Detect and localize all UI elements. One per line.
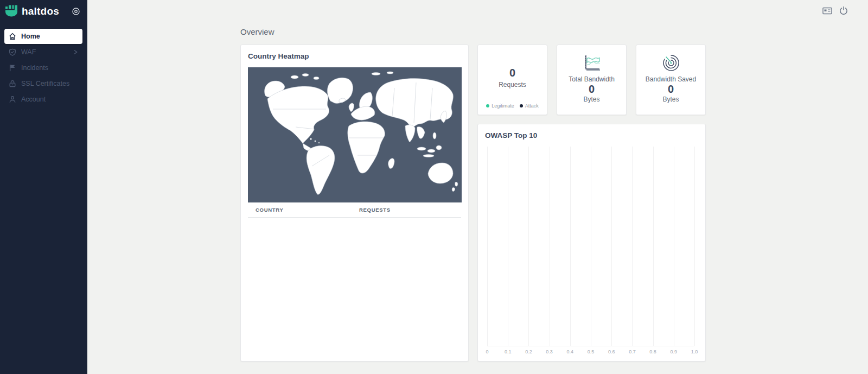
power-icon[interactable] <box>839 6 848 15</box>
chart-gridline <box>550 147 550 346</box>
sidebar-item-label: Home <box>21 33 40 40</box>
profile-card-icon[interactable] <box>822 7 832 15</box>
chart-tick-label: 1.0 <box>691 349 698 354</box>
chart-gridline <box>570 147 571 346</box>
logo-row: haltdos <box>0 0 87 22</box>
owasp-chart-ticks: 00.10.20.30.40.50.60.70.80.91.0 <box>487 349 694 357</box>
owasp-chart-grid <box>487 147 694 346</box>
chart-tick-label: 0.5 <box>588 349 595 354</box>
chart-tick-label: 0.4 <box>567 349 574 354</box>
chart-tick-label: 0.6 <box>608 349 615 354</box>
requests-legend: LegitimateAttack <box>478 103 547 109</box>
bandwidth-saved-value: 0 <box>668 83 674 96</box>
haltdos-logo-icon <box>5 5 18 17</box>
total-bandwidth-card: Total Bandwidth 0 Bytes <box>557 45 627 115</box>
world-map[interactable] <box>248 67 462 202</box>
sidebar-pin-icon[interactable] <box>72 7 80 16</box>
sidebar-item-incidents[interactable]: Incidents <box>4 60 82 75</box>
total-bandwidth-value: 0 <box>589 83 595 96</box>
area-chart-icon <box>582 52 602 74</box>
chart-gridline <box>487 147 488 346</box>
sidebar-nav: Home WAF Incidents SS <box>0 29 87 107</box>
sidebar-item-label: Account <box>21 96 46 103</box>
chart-tick-label: 0.2 <box>525 349 532 354</box>
total-bandwidth-title: Total Bandwidth <box>569 75 615 83</box>
page-title: Overview <box>240 27 707 36</box>
legend-item: Legitimate <box>486 103 514 109</box>
user-icon <box>9 96 16 103</box>
chevron-right-icon <box>73 49 78 55</box>
country-table-header: COUNTRY REQUESTS <box>248 207 461 218</box>
spiral-icon <box>661 52 681 74</box>
stats-row: 0 Requests LegitimateAttack <box>477 45 706 115</box>
legend-dot <box>486 104 489 107</box>
world-map-container <box>248 67 461 202</box>
column-header-country: COUNTRY <box>248 207 359 213</box>
chart-gridline <box>674 147 674 346</box>
right-column: 0 Requests LegitimateAttack <box>477 45 706 362</box>
country-heatmap-card: Country Heatmap <box>240 45 469 362</box>
chart-gridline <box>591 147 591 346</box>
owasp-card-title: OWASP Top 10 <box>485 131 698 140</box>
requests-label: Requests <box>499 81 526 88</box>
column-header-requests: REQUESTS <box>359 207 391 213</box>
sidebar-item-waf[interactable]: WAF <box>4 45 82 60</box>
bandwidth-saved-unit: Bytes <box>662 96 679 103</box>
chart-tick-label: 0 <box>486 349 488 354</box>
bandwidth-saved-card: Bandwidth Saved 0 Bytes <box>636 45 706 115</box>
main-content: Overview Country Heatmap <box>240 0 707 362</box>
chart-tick-label: 0.1 <box>505 349 512 354</box>
requests-stat-card: 0 Requests LegitimateAttack <box>477 45 547 115</box>
heatmap-card-title: Country Heatmap <box>248 52 461 60</box>
total-bandwidth-unit: Bytes <box>583 96 599 103</box>
brand-name: haltdos <box>22 5 59 17</box>
requests-value: 0 <box>509 67 515 79</box>
home-icon <box>9 33 16 40</box>
sidebar-item-home[interactable]: Home <box>4 29 82 44</box>
chart-tick-label: 0.9 <box>671 349 678 354</box>
chart-gridline <box>632 147 633 346</box>
topbar-actions <box>822 6 848 15</box>
sidebar: haltdos Home WAF <box>0 0 87 374</box>
chart-gridline <box>528 147 529 346</box>
legend-item: Attack <box>520 103 539 109</box>
sidebar-item-account[interactable]: Account <box>4 92 82 107</box>
legend-dot <box>520 104 523 107</box>
left-column: Country Heatmap <box>240 45 469 362</box>
sidebar-item-ssl-certificates[interactable]: SSL Certificates <box>4 76 82 91</box>
sidebar-item-label: WAF <box>21 48 36 56</box>
chart-gridline <box>508 147 508 346</box>
shield-check-icon <box>9 48 16 56</box>
chart-gridline <box>694 147 695 346</box>
chart-tick-label: 0.7 <box>629 349 636 354</box>
flag-icon <box>9 64 16 72</box>
sidebar-item-label: Incidents <box>21 64 48 72</box>
owasp-top10-card: OWASP Top 10 00.10.20.30.40.50.60.70.80.… <box>477 124 706 362</box>
chart-tick-label: 0.3 <box>546 349 553 354</box>
bandwidth-saved-title: Bandwidth Saved <box>646 75 696 83</box>
sidebar-item-label: SSL Certificates <box>21 80 69 87</box>
chart-tick-label: 0.8 <box>649 349 656 354</box>
chart-gridline <box>653 147 654 346</box>
chart-gridline <box>611 147 612 346</box>
lock-icon <box>9 80 16 87</box>
